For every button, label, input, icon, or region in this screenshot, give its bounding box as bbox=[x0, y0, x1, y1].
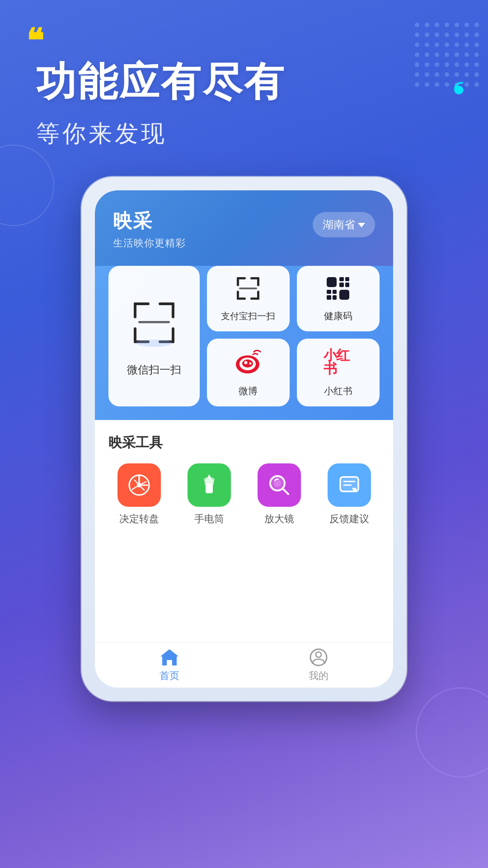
wechat-scan-card[interactable]: 微信扫一扫 bbox=[108, 266, 200, 406]
svg-point-22 bbox=[244, 361, 248, 364]
nav-mine[interactable]: 我的 bbox=[244, 643, 393, 688]
svg-rect-13 bbox=[257, 277, 259, 286]
feedback-label: 反馈建议 bbox=[329, 512, 369, 526]
svg-rect-18 bbox=[239, 288, 257, 289]
wechat-scan-label: 微信扫一扫 bbox=[127, 363, 181, 377]
tool-flashlight[interactable]: 手电筒 bbox=[178, 463, 239, 526]
spinner-label: 决定转盘 bbox=[119, 512, 159, 526]
svg-rect-7 bbox=[172, 327, 174, 343]
tool-spinner[interactable]: 决定转盘 bbox=[108, 463, 169, 526]
nav-mine-label: 我的 bbox=[309, 669, 328, 683]
wechat-scan-svg bbox=[129, 298, 179, 348]
alipay-scan-card[interactable]: 支付宝扫一扫 bbox=[207, 266, 290, 331]
phone-frame: 映采 生活映你更精彩 湖南省 bbox=[81, 177, 407, 701]
sub-title: 等你来发现 bbox=[36, 118, 461, 150]
tool-magnifier[interactable]: 放大镜 bbox=[249, 463, 310, 526]
bottom-navigation: 首页 我的 bbox=[95, 642, 393, 688]
svg-line-38 bbox=[283, 489, 288, 494]
weibo-icon bbox=[234, 348, 263, 377]
location-text: 湖南省 bbox=[323, 217, 355, 232]
magnifier-icon bbox=[258, 463, 301, 507]
svg-rect-1 bbox=[134, 302, 136, 318]
spinner-icon bbox=[117, 463, 161, 507]
phone-inner: 映采 生活映你更精彩 湖南省 bbox=[95, 190, 393, 688]
svg-rect-3 bbox=[172, 302, 174, 318]
bg-circle-decoration-2 bbox=[416, 687, 488, 778]
svg-rect-8 bbox=[138, 321, 170, 323]
location-badge[interactable]: 湖南省 bbox=[313, 212, 375, 237]
alipay-scan-svg bbox=[235, 275, 262, 302]
health-code-label: 健康码 bbox=[324, 310, 352, 322]
app-logo: 映采 bbox=[113, 208, 186, 234]
white-content-area bbox=[95, 535, 393, 652]
magnifier-svg bbox=[267, 473, 291, 497]
scan-section: 微信扫一扫 bbox=[95, 266, 393, 420]
svg-point-45 bbox=[316, 652, 321, 657]
phone-mockup: 映采 生活映你更精彩 湖南省 bbox=[81, 177, 407, 701]
weibo-label: 微博 bbox=[239, 385, 258, 397]
weibo-card[interactable]: 微博 bbox=[207, 339, 290, 406]
svg-point-9 bbox=[136, 340, 172, 347]
svg-rect-5 bbox=[134, 327, 136, 343]
svg-rect-15 bbox=[237, 291, 239, 300]
tool-feedback[interactable]: 反馈建议 bbox=[319, 463, 380, 526]
cyan-comma-decoration: ❟ bbox=[445, 90, 463, 108]
header-section: ❝ ❟ 功能应有尽有 等你来发现 bbox=[0, 0, 488, 168]
flashlight-icon bbox=[188, 463, 231, 507]
nav-home-label: 首页 bbox=[160, 669, 179, 683]
home-nav-icon bbox=[160, 648, 179, 666]
tools-section: 映采工具 bbox=[95, 420, 393, 535]
xiaohongshu-label: 小红书 bbox=[324, 385, 352, 397]
health-code-card[interactable]: 健康码 bbox=[297, 266, 380, 331]
magnifier-label: 放大镜 bbox=[264, 512, 294, 526]
yellow-quote-decoration: ❝ bbox=[26, 25, 49, 47]
mine-nav-icon bbox=[310, 648, 328, 666]
svg-rect-17 bbox=[257, 291, 259, 300]
alipay-scan-icon bbox=[235, 275, 262, 302]
alipay-scan-label: 支付宝扫一扫 bbox=[221, 310, 275, 322]
svg-point-23 bbox=[249, 363, 252, 365]
flashlight-svg bbox=[198, 473, 220, 497]
xiaohongshu-card[interactable]: 小红书 小红书 bbox=[297, 339, 380, 406]
app-slogan: 生活映你更精彩 bbox=[113, 236, 186, 250]
feedback-svg bbox=[338, 473, 361, 497]
app-header: 映采 生活映你更精彩 湖南省 bbox=[95, 190, 393, 266]
chevron-down-icon bbox=[358, 223, 365, 227]
spinner-svg bbox=[127, 473, 151, 497]
health-code-icon bbox=[325, 275, 351, 302]
svg-point-31 bbox=[137, 483, 141, 487]
flashlight-label: 手电筒 bbox=[194, 512, 224, 526]
main-title: 功能应有尽有 bbox=[36, 59, 461, 104]
nav-home[interactable]: 首页 bbox=[95, 643, 244, 688]
xiaohongshu-icon: 小红书 bbox=[324, 348, 352, 377]
svg-rect-11 bbox=[237, 277, 239, 286]
app-logo-area: 映采 生活映你更精彩 bbox=[113, 208, 186, 250]
tools-title: 映采工具 bbox=[108, 434, 380, 452]
wechat-scan-icon bbox=[127, 296, 181, 350]
scan-grid: 微信扫一扫 bbox=[108, 266, 380, 406]
svg-point-36 bbox=[207, 477, 211, 482]
feedback-icon bbox=[328, 463, 371, 507]
tools-grid: 决定转盘 手电筒 bbox=[108, 463, 380, 526]
weibo-svg bbox=[234, 349, 262, 375]
